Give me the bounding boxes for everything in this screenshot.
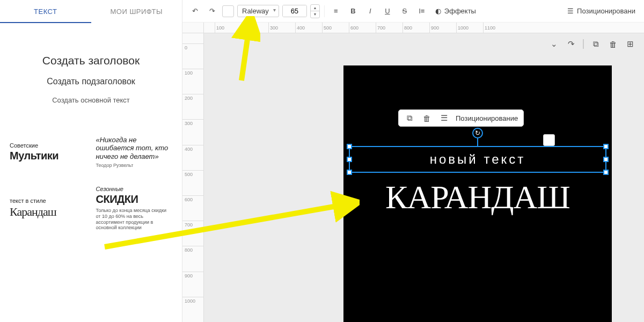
resize-handle[interactable] bbox=[603, 157, 609, 162]
ruler-tick: 200 bbox=[182, 94, 203, 119]
sidebar: ТЕКСТ МОИ ШРИФТЫ Создать заголовок Созда… bbox=[0, 0, 182, 322]
ruler-tick: 800 bbox=[402, 23, 429, 33]
ruler-tick: 800 bbox=[182, 246, 203, 271]
ruler-tick: 300 bbox=[268, 23, 295, 33]
ruler-tick: 200 bbox=[241, 23, 268, 33]
ruler-tick: 1000 bbox=[456, 23, 483, 33]
text-preset[interactable]: Сезонные СКИДКИ Только до конца месяца с… bbox=[96, 186, 173, 231]
text-color-swatch[interactable] bbox=[222, 5, 234, 17]
context-toolbar: ⧉ 🗑 ☰ Позиционирование bbox=[398, 109, 524, 127]
ruler-tick bbox=[182, 33, 203, 43]
underline-button[interactable]: U bbox=[380, 4, 394, 18]
preset-small-text: Советские bbox=[10, 142, 86, 149]
ruler-tick: 700 bbox=[182, 221, 203, 246]
rotate-handle[interactable] bbox=[472, 128, 483, 138]
create-body-text[interactable]: Создать основной текст bbox=[11, 96, 171, 104]
effects-label: Эффекты bbox=[444, 7, 476, 15]
pencil-title-text[interactable]: Карандаш bbox=[343, 178, 612, 216]
canvas-viewport[interactable]: ⌄ ↷ ⧉ 🗑 ⊞ ⧉ 🗑 ☰ Позиционирование bbox=[204, 33, 644, 322]
editor-main: ↶ ↷ Raleway ▲ ▼ ≡ B I U S I≡ ◐ Эффекты bbox=[182, 0, 644, 322]
preset-quote-text: «Никогда не ошибается тот, кто ничего не… bbox=[96, 136, 173, 161]
resize-handle[interactable] bbox=[347, 170, 352, 175]
ruler-vertical[interactable]: 0 100 200 300 400 500 600 700 800 900 10… bbox=[182, 33, 204, 322]
duplicate-icon[interactable]: ⧉ bbox=[404, 113, 415, 123]
effects-button[interactable]: ◐ Эффекты bbox=[432, 7, 479, 15]
ruler-corner bbox=[182, 23, 204, 33]
bold-button[interactable]: B bbox=[346, 4, 360, 18]
ruler-tick: 400 bbox=[182, 145, 203, 170]
positioning-button[interactable]: ☰ Позиционировани bbox=[564, 7, 639, 15]
redo-icon[interactable]: ↷ bbox=[565, 38, 577, 50]
canvas-area: 100 200 300 400 500 600 700 800 900 1000… bbox=[182, 23, 644, 322]
artboard[interactable]: ⧉ 🗑 ☰ Позиционирование новый текст bbox=[343, 65, 612, 322]
text-preset[interactable]: текст в стиле Карандаш bbox=[10, 186, 86, 231]
ruler-tick: 100 bbox=[182, 69, 203, 94]
create-subheading[interactable]: Создать подзаголовок bbox=[11, 77, 171, 86]
font-size-input[interactable] bbox=[283, 5, 306, 17]
trash-icon[interactable]: 🗑 bbox=[421, 114, 432, 123]
font-family-select[interactable]: Raleway bbox=[237, 5, 279, 17]
create-heading[interactable]: Создать заголовок bbox=[11, 54, 171, 67]
ruler-tick: 500 bbox=[322, 23, 349, 33]
ruler-tick: 700 bbox=[376, 23, 402, 33]
ruler-tick: 1000 bbox=[182, 297, 203, 322]
resize-handle[interactable] bbox=[347, 157, 352, 162]
preset-description: Только до конца месяца скидки от 10 до 6… bbox=[96, 208, 173, 231]
ruler-tick: 600 bbox=[349, 23, 376, 33]
align-button[interactable]: ≡ bbox=[329, 4, 343, 18]
ruler-tick: 0 bbox=[182, 43, 203, 69]
ruler-tick: 400 bbox=[295, 23, 322, 33]
line-height-button[interactable]: I≡ bbox=[415, 4, 429, 18]
text-selection-box[interactable]: ⧉ 🗑 ☰ Позиционирование новый текст bbox=[349, 146, 606, 173]
ruler-tick: 500 bbox=[182, 170, 203, 195]
rotate-connector bbox=[477, 138, 478, 147]
tab-text[interactable]: ТЕКСТ bbox=[0, 0, 91, 23]
text-presets-grid: Советские Мультики «Никогда не ошибается… bbox=[0, 119, 182, 241]
trash-icon[interactable]: 🗑 bbox=[606, 38, 619, 50]
layers-icon[interactable]: ☰ bbox=[438, 113, 449, 123]
resize-handle[interactable] bbox=[603, 170, 609, 175]
layers-icon: ☰ bbox=[567, 7, 574, 15]
font-size-input-wrap bbox=[282, 5, 307, 17]
resize-handle[interactable] bbox=[347, 144, 352, 149]
ruler-tick: 100 bbox=[215, 23, 241, 33]
preset-bold-text: СКИДКИ bbox=[96, 193, 173, 206]
ruler-horizontal[interactable]: 100 200 300 400 500 600 700 800 900 1000… bbox=[204, 23, 644, 33]
ruler-tick: 900 bbox=[429, 23, 456, 33]
resize-handle[interactable] bbox=[603, 144, 609, 149]
preset-author: Теодор Рузвельт bbox=[96, 163, 173, 168]
positioning-label: Позиционировани bbox=[577, 7, 635, 15]
ruler-tick: 300 bbox=[182, 119, 203, 144]
text-preset[interactable]: Советские Мультики bbox=[10, 133, 86, 171]
preset-bold-text: Мультики bbox=[10, 150, 86, 162]
context-positioning-label[interactable]: Позиционирование bbox=[456, 114, 518, 122]
duplicate-icon[interactable]: ⧉ bbox=[589, 38, 602, 50]
divider bbox=[324, 5, 325, 17]
stepper-down-icon[interactable]: ▼ bbox=[311, 11, 319, 18]
stepper-up-icon[interactable]: ▲ bbox=[311, 5, 319, 12]
text-preset[interactable]: «Никогда не ошибается тот, кто ничего не… bbox=[96, 133, 173, 171]
text-sample-list: Создать заголовок Создать подзаголовок С… bbox=[0, 23, 182, 119]
add-icon[interactable]: ⊞ bbox=[624, 38, 636, 50]
preset-small-text: Сезонные bbox=[96, 186, 173, 192]
ruler-tick bbox=[204, 23, 215, 33]
chevron-down-icon[interactable]: ⌄ bbox=[547, 38, 560, 50]
tab-my-fonts[interactable]: МОИ ШРИФТЫ bbox=[91, 0, 182, 23]
top-toolbar: ↶ ↷ Raleway ▲ ▼ ≡ B I U S I≡ ◐ Эффекты bbox=[182, 0, 644, 23]
undo-button[interactable]: ↶ bbox=[188, 4, 202, 18]
italic-button[interactable]: I bbox=[363, 4, 377, 18]
ruler-tick: 1100 bbox=[483, 23, 510, 33]
preset-pencil-text: Карандаш bbox=[10, 205, 86, 219]
font-size-stepper[interactable]: ▲ ▼ bbox=[310, 4, 320, 18]
preset-small-text: текст в стиле bbox=[10, 197, 86, 204]
effects-icon: ◐ bbox=[435, 7, 441, 15]
divider bbox=[583, 39, 584, 49]
selected-text-element[interactable]: новый текст bbox=[430, 152, 526, 167]
translate-badge[interactable] bbox=[543, 134, 555, 146]
ruler-tick: 900 bbox=[182, 272, 203, 297]
ruler-tick: 600 bbox=[182, 195, 203, 221]
redo-button[interactable]: ↷ bbox=[205, 4, 219, 18]
strikethrough-button[interactable]: S bbox=[398, 4, 412, 18]
sidebar-tabs: ТЕКСТ МОИ ШРИФТЫ bbox=[0, 0, 182, 23]
canvas-mini-toolbar: ⌄ ↷ ⧉ 🗑 ⊞ bbox=[547, 38, 636, 50]
